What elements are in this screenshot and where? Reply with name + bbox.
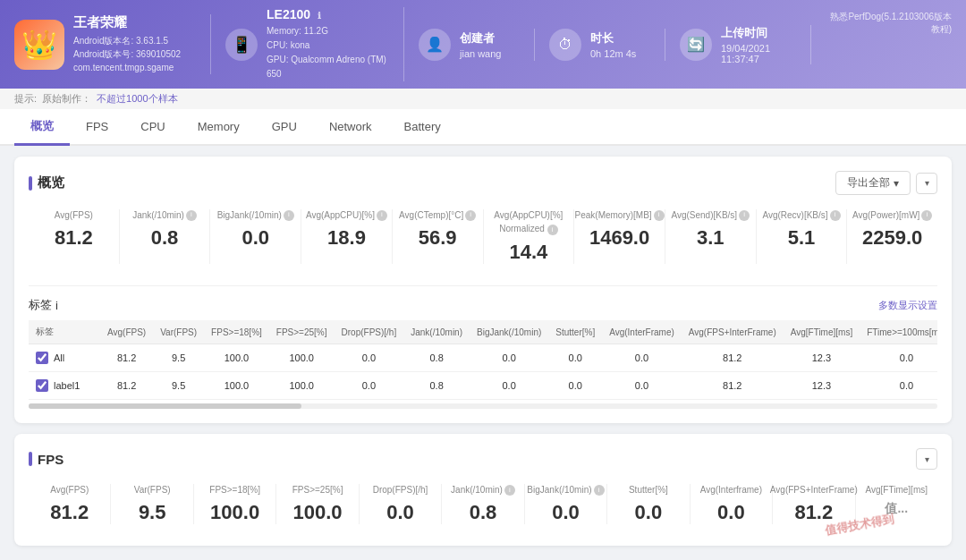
metric-memory: Peak(Memory)[MB] i 1469.0 (574, 209, 665, 264)
row-label1-fps18: 100.0 (204, 372, 269, 400)
col-label: 标签 (29, 320, 100, 344)
upload-value: 19/04/2021 11:37:47 (721, 43, 796, 64)
app-name: 王者荣耀 (73, 14, 181, 31)
tab-fps[interactable]: FPS (70, 111, 124, 145)
overview-metrics-grid: Avg(FPS) 81.2 Jank(/10min) i 0.8 BigJank… (29, 209, 937, 271)
duration-value: 0h 12m 4s (590, 48, 636, 59)
top-right-note: 熟悉PerfDog(5.1.2103006版本教程) (826, 7, 952, 36)
col-ftime100: FTime>=100ms[ms] (860, 320, 937, 344)
fps-stutter-label: Stutter[%] (613, 484, 683, 496)
overview-section: 概览 导出全部 ▾ ▾ Avg(FPS) 81.2 Jank(/10min) i… (14, 157, 952, 423)
col-interframe: Avg(InterFrame) (602, 320, 682, 344)
fps-section: FPS ▾ Avg(FPS) 81.2 Var(FPS) 9.5 FPS>=18… (14, 434, 952, 546)
upload-icon: 🔄 (680, 29, 712, 61)
duration-label: 时长 (590, 30, 636, 47)
fps-fps18-value: 100.0 (199, 501, 270, 524)
row-label1-fps-interframe: 81.2 (682, 372, 784, 400)
fps-interframe-value: 0.0 (696, 501, 767, 524)
duration-block: ⏱ 时长 0h 12m 4s (549, 29, 665, 61)
export-button[interactable]: 导出全部 ▾ (835, 171, 911, 195)
row-all-varfps: 9.5 (153, 344, 204, 372)
metric-power-value: 2259.0 (854, 226, 930, 250)
tab-battery[interactable]: Battery (388, 111, 457, 145)
fps-avg-value: 81.2 (34, 501, 105, 524)
memory-info-icon[interactable]: i (654, 210, 665, 221)
fps-var-value: 9.5 (116, 501, 187, 524)
row-label1-varfps: 9.5 (153, 372, 204, 400)
app-version2: Android版本号: 369010502 (73, 47, 181, 61)
fps-jank-info-icon[interactable]: i (504, 485, 515, 496)
fps-fps-interframe-value: 81.2 (778, 501, 849, 524)
row-label1-fps25: 100.0 (269, 372, 335, 400)
metric-recv-value: 5.1 (764, 226, 840, 250)
jank-info-icon[interactable]: i (186, 210, 197, 221)
metric-appcpu-value: 18.9 (309, 226, 385, 250)
upload-details: 上传时间 19/04/2021 11:37:47 (721, 25, 796, 64)
row-label1-label: label1 (29, 372, 100, 400)
row-all-avgfps: 81.2 (100, 344, 153, 372)
power-info-icon[interactable]: i (921, 210, 932, 221)
row-label1-ftime: 12.3 (784, 372, 860, 400)
fps-bigjank-info-icon[interactable]: i (594, 485, 605, 496)
device-info: 📱 LE2100 ℹ Memory: 11.2G CPU: kona GPU: … (225, 7, 404, 81)
duration-icon: ⏱ (549, 29, 581, 61)
recv-info-icon[interactable]: i (830, 210, 841, 221)
metric-jank: Jank(/10min) i 0.8 (120, 209, 211, 264)
row-label1-stutter: 0.0 (548, 372, 602, 400)
metric-ctemp-label: Avg(CTemp)[°C] i (400, 209, 476, 221)
row-label1-avgfps: 81.2 (100, 372, 153, 400)
tab-memory[interactable]: Memory (182, 111, 256, 145)
tab-cpu[interactable]: CPU (124, 111, 181, 145)
creator-label: 创建者 (460, 30, 501, 47)
row-all-jank: 0.8 (403, 344, 470, 372)
tab-network[interactable]: Network (313, 111, 388, 145)
metric-jank-value: 0.8 (127, 226, 203, 250)
row-label1-checkbox[interactable] (36, 379, 48, 392)
tab-gpu[interactable]: GPU (256, 111, 313, 145)
row-all-drop: 0.0 (335, 344, 404, 372)
duration-details: 时长 0h 12m 4s (590, 30, 636, 59)
fps-jank-label: Jank(/10min) i (447, 484, 518, 496)
overview-collapse-button[interactable]: ▾ (916, 173, 937, 194)
send-info-icon[interactable]: i (739, 210, 750, 221)
appcpu-info-icon[interactable]: i (377, 210, 387, 221)
app-details: 王者荣耀 Android版本名: 3.63.1.5 Android版本号: 36… (73, 14, 181, 74)
appcpu-norm-info-icon[interactable]: i (547, 225, 558, 235)
metric-ctemp: Avg(CTemp)[°C] i 56.9 (393, 209, 484, 264)
metric-memory-label: Peak(Memory)[MB] i (581, 209, 657, 221)
bigjank-info-icon[interactable]: i (284, 210, 294, 221)
creator-details: 创建者 jian wang (460, 30, 501, 59)
label-info-icon[interactable]: i (55, 299, 58, 312)
fps-metrics-grid: Avg(FPS) 81.2 Var(FPS) 9.5 FPS>=18[%] 10… (29, 484, 937, 531)
config-display-link[interactable]: 多数显示设置 (878, 299, 937, 312)
metric-appcpu: Avg(AppCPU)[%] i 18.9 (301, 209, 393, 264)
fps-stutter-value: 0.0 (613, 501, 683, 524)
fps-collapse-button[interactable]: ▾ (916, 448, 937, 470)
creator-block: 👤 创建者 jian wang (419, 29, 535, 61)
fps-metric-stutter: Stutter[%] 0.0 (607, 484, 690, 524)
metric-avg-fps: Avg(FPS) 81.2 (29, 209, 120, 264)
upload-block: 🔄 上传时间 19/04/2021 11:37:47 (680, 25, 811, 64)
metric-appcpu-label: Avg(AppCPU)[%] i (309, 209, 385, 221)
table-scrollbar[interactable] (29, 403, 937, 409)
col-ftime: Avg[FTime][ms] (784, 320, 860, 344)
tab-overview[interactable]: 概览 (14, 109, 70, 146)
metric-memory-value: 1469.0 (581, 226, 657, 250)
overview-title: 概览 (29, 174, 64, 191)
metric-bigjank-label: BigJank(/10min) i (217, 209, 293, 221)
main-content: 概览 导出全部 ▾ ▾ Avg(FPS) 81.2 Jank(/10min) i… (0, 146, 966, 560)
row-label1-jank: 0.8 (403, 372, 470, 400)
row-all-stutter: 0.0 (548, 344, 602, 372)
hint-link[interactable]: 不超过1000个样本 (97, 92, 177, 106)
ctemp-info-icon[interactable]: i (465, 210, 476, 221)
top-header: 👑 王者荣耀 Android版本名: 3.63.1.5 Android版本号: … (0, 0, 966, 89)
row-label1-ftime100: 0.0 (860, 372, 937, 400)
fps-jank-value: 0.8 (447, 501, 518, 524)
row-all-checkbox[interactable] (36, 352, 48, 364)
metric-send-value: 3.1 (673, 226, 749, 250)
row-all-bigjank: 0.0 (470, 344, 548, 372)
table-scrollbar-thumb (29, 403, 301, 409)
app-package: com.tencent.tmgp.sgame (73, 61, 181, 74)
device-details: LE2100 ℹ Memory: 11.2G CPU: kona GPU: Qu… (267, 7, 389, 81)
device-info-icon: ℹ (318, 11, 321, 21)
